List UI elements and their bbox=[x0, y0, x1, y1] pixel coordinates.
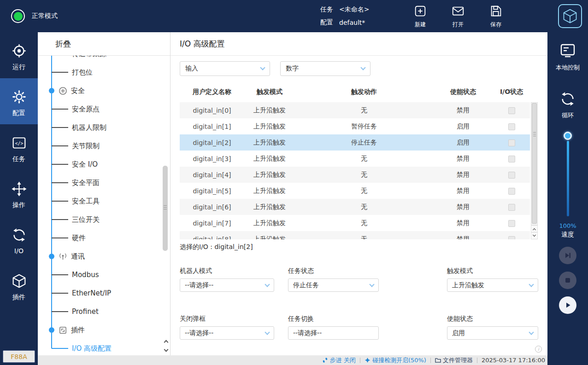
chevron-down-icon bbox=[360, 65, 365, 70]
open-button[interactable]: 打开 bbox=[447, 4, 469, 29]
tree-item-16[interactable]: I/O 高级配置 bbox=[38, 339, 163, 355]
tree-item-label: 插件 bbox=[71, 326, 85, 335]
scroll-down-icon[interactable] bbox=[163, 348, 169, 353]
gear-icon bbox=[12, 89, 27, 106]
mode-indicator[interactable]: 正常模式 bbox=[11, 0, 58, 32]
table-row[interactable]: digital_in[5]上升沿触发无禁用 bbox=[180, 183, 530, 199]
enable-state-select[interactable]: 启用 bbox=[447, 326, 538, 340]
cell-trigger-mode: 上升沿触发 bbox=[244, 187, 295, 195]
cell-trigger-action: 无 bbox=[295, 219, 433, 227]
stop-button[interactable] bbox=[559, 272, 576, 289]
close-popup-select[interactable]: --请选择-- bbox=[180, 326, 274, 340]
run-icon bbox=[12, 43, 27, 60]
sidebar-item-run[interactable]: 运行 bbox=[0, 32, 38, 78]
io-state-checkbox[interactable] bbox=[508, 172, 515, 179]
loop-button[interactable]: 循环 bbox=[547, 91, 588, 120]
tree-item-9[interactable]: 三位开关 bbox=[38, 210, 163, 229]
tree-item-3[interactable]: 安全原点 bbox=[38, 100, 163, 118]
local-control-button[interactable]: 本地控制 bbox=[547, 42, 588, 72]
tree-node-bullet[interactable] bbox=[49, 327, 54, 333]
form-field-enable-state: 使能状态 启用 bbox=[447, 315, 538, 340]
robot-mode-select[interactable]: --请选择-- bbox=[180, 278, 274, 292]
task-state-select[interactable]: 停止任务 bbox=[288, 278, 379, 292]
tree-item-1[interactable]: 打包位 bbox=[38, 63, 163, 81]
table-row[interactable]: digital_in[0]上升沿触发无禁用 bbox=[180, 102, 530, 118]
tree-scrollbar-thumb[interactable] bbox=[163, 166, 168, 251]
sidebar-item-task[interactable]: </> 任务 bbox=[0, 124, 38, 170]
tree-item-2[interactable]: 安全 bbox=[38, 81, 163, 100]
io-state-checkbox[interactable] bbox=[508, 204, 515, 211]
tree-item-label: 安全工具 bbox=[72, 197, 100, 206]
table-row[interactable]: digital_in[2]上升沿触发停止任务启用 bbox=[180, 134, 530, 151]
play-button[interactable] bbox=[559, 296, 576, 314]
task-label: 任务 bbox=[319, 6, 333, 14]
tree-item-11[interactable]: 通讯 bbox=[38, 247, 163, 266]
selected-io-label: 选择的I/O : digital_in[2] bbox=[180, 243, 253, 251]
tree-item-5[interactable]: 关节限制 bbox=[38, 137, 163, 155]
tree-item-10[interactable]: 硬件 bbox=[38, 229, 163, 247]
save-button[interactable]: 保存 bbox=[485, 4, 506, 29]
io-type-select[interactable]: 数字 bbox=[280, 61, 370, 76]
task-switch-input[interactable]: --请选择-- bbox=[288, 326, 379, 340]
io-state-checkbox[interactable] bbox=[508, 123, 515, 130]
table-scrollbar[interactable] bbox=[531, 102, 538, 239]
step-forward-button[interactable] bbox=[559, 247, 576, 264]
tree-item-14[interactable]: Profinet bbox=[38, 302, 163, 321]
code-task-icon: </> bbox=[12, 135, 27, 152]
file-manager-link[interactable]: 文件管理器 bbox=[435, 356, 473, 365]
io-state-checkbox[interactable] bbox=[508, 188, 515, 195]
sidebar-item-config[interactable]: 配置 bbox=[0, 78, 38, 124]
table-row[interactable]: digital_in[4]上升沿触发无禁用 bbox=[180, 167, 530, 183]
io-state-checkbox[interactable] bbox=[508, 236, 515, 239]
io-state-checkbox[interactable] bbox=[508, 107, 515, 114]
table-row[interactable]: digital_in[3]上升沿触发无禁用 bbox=[180, 151, 530, 167]
table-scroll-up-icon[interactable] bbox=[531, 225, 537, 232]
tree-item-label: 传送带跟踪 bbox=[72, 56, 106, 58]
table-scrollbar-thumb[interactable] bbox=[532, 103, 537, 224]
cell-enable-state: 禁用 bbox=[433, 155, 493, 163]
speed-slider[interactable] bbox=[547, 132, 588, 219]
step-mode-status[interactable]: 步进 关闭 bbox=[322, 356, 356, 365]
tree-node-bullet[interactable] bbox=[49, 254, 54, 259]
sidebar-item-io[interactable]: I/O bbox=[0, 216, 38, 262]
col-header-trigger-mode: 触发模式 bbox=[244, 88, 295, 96]
table-row[interactable]: digital_in[6]上升沿触发无禁用 bbox=[180, 199, 530, 215]
tree-item-label: Profinet bbox=[72, 307, 99, 316]
io-direction-select[interactable]: 输入 bbox=[180, 61, 270, 76]
table-scroll-down-icon[interactable] bbox=[531, 232, 537, 239]
cell-name: digital_in[4] bbox=[180, 171, 244, 179]
tree-item-15[interactable]: 插件 bbox=[38, 321, 163, 339]
tree-item-7[interactable]: 安全平面 bbox=[38, 174, 163, 192]
io-state-checkbox[interactable] bbox=[508, 156, 515, 162]
tree-item-label: 机器人限制 bbox=[72, 123, 106, 132]
plugin-node-icon bbox=[58, 325, 67, 335]
tree-collapse-header[interactable]: 折叠 bbox=[38, 32, 170, 56]
navigation-tree-panel: 折叠 传送带跟踪打包位安全安全原点机器人限制关节限制安全 I/O安全平面安全工具… bbox=[38, 32, 171, 355]
table-row[interactable]: digital_in[7]上升沿触发无禁用 bbox=[180, 215, 530, 231]
page-title: I/O 高级配置 bbox=[171, 32, 547, 56]
sidebar-item-operate[interactable]: 操作 bbox=[0, 170, 38, 216]
right-toolbar: 本地控制 循环 100% 速度 bbox=[547, 32, 588, 365]
io-state-checkbox[interactable] bbox=[508, 139, 515, 146]
scroll-up-icon[interactable] bbox=[163, 339, 169, 343]
col-header-trigger-action: 触发动作 bbox=[295, 88, 433, 96]
tree-node-bullet[interactable] bbox=[49, 88, 54, 93]
tree-item-0[interactable]: 传送带跟踪 bbox=[38, 56, 163, 63]
io-state-checkbox[interactable] bbox=[508, 220, 515, 227]
collision-detection-status[interactable]: 碰撞检测开启(50%) bbox=[365, 356, 426, 365]
tree-item-4[interactable]: 机器人限制 bbox=[38, 118, 163, 137]
tree-item-13[interactable]: EtherNet/IP bbox=[38, 284, 163, 302]
tree-item-8[interactable]: 安全工具 bbox=[38, 192, 163, 210]
play-icon bbox=[564, 301, 571, 309]
table-row[interactable]: digital_in[8]上升沿触发无禁用 bbox=[180, 231, 530, 239]
trigger-mode-select[interactable]: 上升沿触发 bbox=[447, 278, 538, 292]
speed-slider-thumb[interactable] bbox=[564, 132, 572, 140]
speed-label: 速度 bbox=[547, 231, 588, 239]
info-icon[interactable] bbox=[535, 346, 542, 353]
new-button[interactable]: 新建 bbox=[410, 4, 431, 29]
tree-item-12[interactable]: Modbus bbox=[38, 266, 163, 284]
sidebar-item-plugin[interactable]: 插件 bbox=[0, 262, 38, 308]
table-row[interactable]: digital_in[1]上升沿触发暂停任务启用 bbox=[180, 118, 530, 134]
chevron-down-icon bbox=[260, 65, 265, 70]
tree-item-6[interactable]: 安全 I/O bbox=[38, 155, 163, 174]
